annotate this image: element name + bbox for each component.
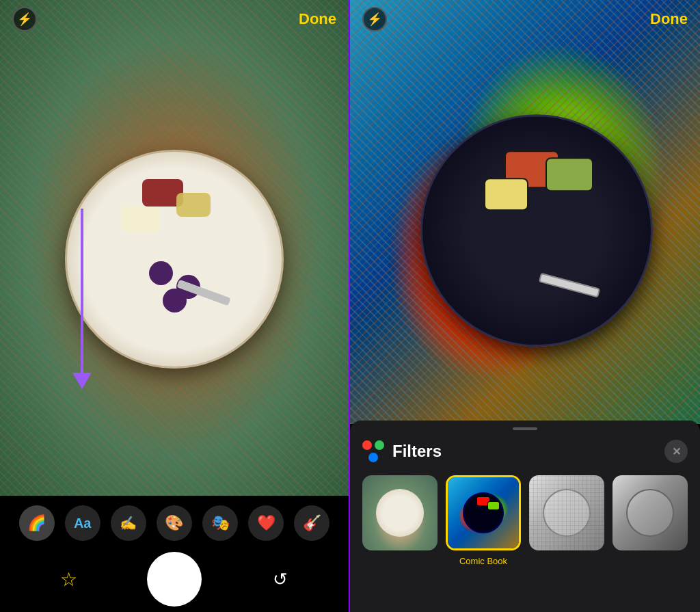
left-done-button[interactable]: Done — [299, 10, 336, 28]
drawing-icon: ✍️ — [120, 515, 137, 531]
left-bottom-toolbar: 🌈 Aa ✍️ 🎨 🎭 ❤️ 🎸 ☆ — [0, 496, 349, 612]
filter-item-bw[interactable] — [612, 475, 688, 566]
filter-bw-preview — [612, 475, 688, 550]
filter-normal-preview — [362, 475, 438, 550]
color-dots-icon — [362, 440, 384, 462]
filter-thumb-sketch — [529, 475, 604, 550]
text-toolbar-button[interactable]: Aa — [65, 505, 100, 541]
right-lightning-icon: ⚡ — [367, 12, 382, 27]
music-toolbar-button[interactable]: 🎸 — [294, 505, 329, 541]
filters-toolbar-button[interactable]: 🌈 — [19, 505, 55, 541]
blue-dot — [368, 453, 378, 462]
sticker-icon: ❤️ — [257, 514, 275, 532]
filter-thumb-bw — [612, 475, 688, 550]
filters-scroll-row[interactable]: Comic Book — [350, 470, 700, 580]
music-icon: 🎸 — [303, 514, 321, 532]
rotate-icon: ↺ — [273, 569, 288, 590]
face-icon: 🎭 — [211, 514, 230, 532]
green-dot — [375, 440, 384, 450]
filter-label-comic: Comic Book — [459, 556, 507, 566]
face-toolbar-button[interactable]: 🎭 — [202, 505, 238, 541]
right-photo-area — [350, 0, 700, 424]
red-dot — [362, 440, 372, 450]
filters-title-text: Filters — [392, 442, 442, 461]
filter-item-sketch[interactable] — [529, 475, 604, 566]
left-lightning-button[interactable]: ⚡ — [12, 7, 37, 31]
filter-comic-preview — [448, 477, 519, 548]
sticker-toolbar-button[interactable]: ❤️ — [248, 505, 284, 541]
camera-controls-row: ☆ ↺ — [0, 546, 349, 612]
filter-item-comic[interactable]: Comic Book — [446, 475, 521, 566]
filter-sketch-preview — [529, 475, 604, 550]
color-filter-icon: 🌈 — [27, 514, 46, 532]
filters-title-group: Filters — [362, 440, 442, 462]
right-panel: ⚡ Done Filters ✕ — [350, 0, 700, 612]
lightning-icon: ⚡ — [17, 12, 32, 27]
left-panel: ⚡ Done 🌈 Aa — [0, 0, 350, 612]
left-photo-area — [0, 0, 349, 496]
circle-icon: 🎨 — [165, 514, 183, 532]
comic-plate — [420, 114, 653, 347]
right-lightning-button[interactable]: ⚡ — [362, 7, 387, 31]
filters-header: Filters ✕ — [350, 430, 700, 470]
left-top-bar: ⚡ Done — [0, 0, 349, 38]
circle-toolbar-button[interactable]: 🎨 — [157, 505, 192, 541]
shutter-button[interactable] — [147, 552, 202, 607]
filters-panel: Filters ✕ — [350, 421, 700, 612]
filter-thumb-comic — [446, 475, 521, 550]
toolbar-icons-row: 🌈 Aa ✍️ 🎨 🎭 ❤️ 🎸 — [0, 496, 349, 546]
filter-item-normal[interactable] — [362, 475, 438, 566]
filters-close-button[interactable]: ✕ — [664, 440, 688, 463]
right-done-button[interactable]: Done — [650, 10, 688, 28]
fruit-plate — [65, 150, 284, 369]
right-top-bar: ⚡ Done — [350, 0, 700, 38]
drawing-toolbar-button[interactable]: ✍️ — [111, 505, 146, 541]
flip-camera-button[interactable]: ↺ — [262, 561, 298, 597]
text-icon: Aa — [74, 516, 92, 531]
effects-button[interactable]: ☆ — [51, 561, 86, 597]
filter-thumb-normal — [362, 475, 438, 550]
star-icon: ☆ — [60, 568, 77, 591]
